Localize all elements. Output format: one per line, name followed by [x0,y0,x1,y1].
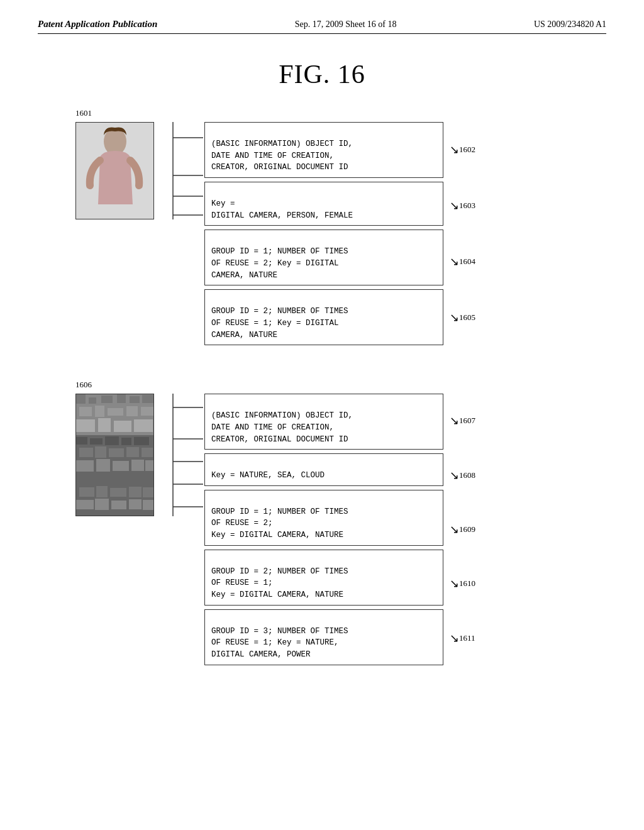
svg-rect-51 [111,501,126,509]
svg-rect-36 [113,461,129,471]
ref-1604: ↙ 1604 [450,255,475,268]
svg-rect-52 [129,499,142,509]
svg-rect-41 [109,475,126,484]
svg-rect-14 [79,407,92,416]
svg-rect-35 [96,459,110,472]
page-header: Patent Application Publication Sep. 17, … [38,19,606,34]
figure-title: FIG. 16 [38,59,606,89]
ref-1609: ↙ 1609 [450,523,475,536]
record-id-1601: 1601 [75,108,606,118]
record-id-1606: 1606 [75,380,606,390]
svg-rect-37 [131,460,144,471]
svg-rect-45 [96,486,108,497]
svg-rect-34 [76,460,94,472]
patent-number: US 2009/234820 A1 [534,19,606,30]
svg-rect-47 [129,487,142,497]
image-thumbnail-1606 [75,394,154,516]
ref-1602: ↙ 1602 [450,143,475,157]
svg-rect-49 [76,500,94,509]
publication-label: Patent Application Publication [38,19,157,30]
svg-rect-9 [89,397,96,404]
svg-rect-46 [110,488,126,497]
svg-rect-39 [76,475,92,484]
svg-rect-32 [126,447,139,457]
ref-1608: ↙ 1608 [450,468,475,482]
ref-1610: ↙ 1610 [450,577,475,590]
svg-rect-21 [114,421,131,432]
connector-svg-1601 [154,122,204,219]
svg-rect-13 [142,395,153,403]
refs-1606: ↙ 1607 ↙ 1608 ↙ 1609 ↙ 1610 ↙ 1611 [450,394,475,665]
info-box-1604: GROUP ID = 1; NUMBER OF TIMES OF REUSE =… [204,230,443,285]
info-box-1602: (BASIC INFORMATION) OBJECT ID, DATE AND … [204,122,443,178]
info-column-1601: (BASIC INFORMATION) OBJECT ID, DATE AND … [204,122,443,345]
svg-rect-30 [95,446,106,458]
svg-rect-27 [121,438,131,445]
info-column-1606: (BASIC INFORMATION) OBJECT ID, DATE AND … [204,394,443,665]
svg-rect-31 [109,448,124,457]
svg-rect-18 [141,407,153,416]
info-box-1605: GROUP ID = 2; NUMBER OF TIMES OF REUSE =… [204,289,443,345]
svg-rect-53 [143,500,154,510]
refs-1601: ↙ 1602 ↙ 1603 ↙ 1604 ↙ 1605 [450,122,475,345]
svg-rect-25 [90,438,103,445]
ref-1605: ↙ 1605 [450,311,475,324]
svg-rect-48 [143,487,154,497]
svg-rect-33 [142,448,153,457]
page: Patent Application Publication Sep. 17, … [0,0,644,830]
svg-rect-16 [108,408,123,416]
sheet-info: Sep. 17, 2009 Sheet 16 of 18 [295,19,397,30]
svg-rect-17 [126,406,138,416]
info-box-1607: (BASIC INFORMATION) OBJECT ID, DATE AND … [204,394,443,450]
info-box-1610: GROUP ID = 2; NUMBER OF TIMES OF REUSE =… [204,550,443,606]
svg-rect-50 [95,499,109,510]
svg-rect-43 [144,475,154,484]
info-box-1608: Key = NATURE, SEA, CLOUD [204,453,443,486]
info-box-1611: GROUP ID = 3; NUMBER OF TIMES OF REUSE =… [204,609,443,665]
svg-rect-29 [79,448,93,457]
person-illustration [76,123,154,219]
landscape-illustration [76,394,154,516]
svg-rect-24 [76,437,87,445]
svg-rect-15 [95,406,104,417]
svg-rect-8 [76,394,86,404]
svg-rect-28 [134,437,149,445]
ref-1607: ↙ 1607 [450,414,475,428]
record-1606: 1606 [75,380,606,665]
svg-rect-38 [145,460,154,471]
svg-rect-11 [117,394,126,403]
svg-rect-20 [98,418,111,432]
svg-rect-19 [76,419,95,432]
image-thumbnail-1601 [75,122,154,219]
connector-svg-1606 [154,394,204,516]
svg-rect-42 [129,474,143,484]
record-1601: 1601 [75,108,606,345]
info-box-1609: GROUP ID = 1; NUMBER OF TIMES OF REUSE =… [204,490,443,546]
svg-rect-22 [134,419,153,432]
svg-rect-26 [105,436,119,445]
info-box-1603: Key = DIGITAL CAMERA, PERSON, FEMALE [204,182,443,226]
svg-rect-44 [79,487,94,497]
ref-1611: ↙ 1611 [450,631,475,645]
svg-rect-10 [101,396,113,403]
ref-1603: ↙ 1603 [450,199,475,213]
svg-rect-12 [130,396,140,403]
svg-rect-40 [94,473,106,485]
